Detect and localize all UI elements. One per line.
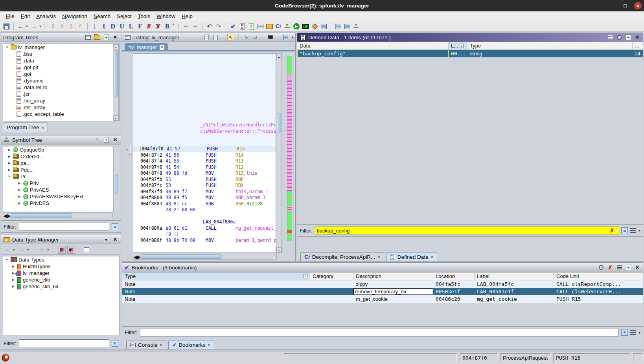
dtm-archive[interactable]: ▶generic_clib [3, 276, 119, 283]
toolbar-letter-dropdown-icon[interactable]: ▾ [172, 22, 175, 30]
menu-window[interactable]: Window [154, 13, 178, 20]
dtm-filter-input[interactable] [19, 339, 110, 347]
column-label[interactable]: Label [475, 273, 554, 280]
cursor-select-icon[interactable]: ↖ [227, 34, 234, 41]
nav-prev-label-icon[interactable]: ⇩ [67, 22, 75, 30]
symbol-tree-item[interactable]: ▶CPrivDES [3, 200, 114, 207]
datatypes-folder-icon[interactable]: DT [265, 22, 273, 30]
menu-lines-icon[interactable] [607, 34, 614, 41]
symbol-tree-item[interactable]: ▶Pdu... [3, 166, 114, 173]
symbol-tree-item[interactable]: ▶CPriv [3, 180, 114, 187]
toolbar-letter-v-crossed[interactable]: V [154, 22, 162, 30]
menu-search[interactable]: Search [91, 13, 113, 20]
listing-line[interactable]: 004f880ae8 61 d1CALLmg_get_request_ [133, 225, 276, 232]
tree-item-section[interactable]: .init_array [3, 104, 119, 111]
listing-line[interactable]: 004f87fc53PUSHRBX [133, 183, 276, 189]
filter-dropdown-icon[interactable]: ▾ [638, 229, 640, 232]
diff-view-icon[interactable]: ⇄ [252, 34, 259, 41]
bookmarks-filter-input[interactable] [140, 329, 619, 337]
listing-line[interactable]: 004f880048 89 f5MOVRBP,param_1 [133, 195, 276, 201]
listing-line[interactable]: 004f880348 81 ecSUBRSP,0x2128 [133, 201, 276, 207]
tab-close-icon[interactable]: × [208, 342, 210, 347]
column-location[interactable]: L...▲ [449, 42, 467, 49]
listing-overview-bar[interactable] [287, 56, 292, 241]
snapshot-icon[interactable] [267, 34, 274, 41]
expand-arrow-icon[interactable]: ▼ [7, 175, 11, 178]
menu-tools[interactable]: Tools [135, 13, 153, 20]
new-tree-icon[interactable] [85, 34, 92, 41]
program-tree-scrollbar[interactable]: ▲▼ [113, 44, 119, 121]
memory-map-icon[interactable] [302, 22, 309, 30]
edit-fields-icon[interactable]: ⇲ [243, 34, 250, 41]
tab-close-icon[interactable]: × [160, 45, 164, 50]
symbol-tree-item[interactable]: ▶CPrivAES [3, 187, 114, 193]
menu-select[interactable]: Select [114, 13, 134, 20]
nav-direction-icon[interactable]: ↓ [91, 22, 99, 30]
close-panel-icon[interactable]: × [112, 136, 119, 143]
tree-item-section[interactable]: .data [3, 57, 119, 64]
dtm-filter-pointers-icon[interactable]: ☛ [67, 246, 75, 254]
column-category[interactable]: Category [310, 273, 353, 280]
script-manager-icon[interactable]: S [247, 22, 255, 30]
dtm-archive[interactable]: ▶✓lv_manager [3, 270, 119, 276]
right-tab-decompile-processapir-[interactable]: CfDecompile: ProcessApiR...× [300, 252, 384, 261]
tab-close-icon[interactable]: × [431, 254, 433, 259]
symbol-tree-item[interactable]: ▶CPrivAESW3DESKeyExt [3, 193, 114, 200]
column-chooser-icon[interactable]: ... [633, 42, 643, 49]
toolbar-letter-b[interactable]: B [163, 22, 171, 30]
ghidra-dragon-icon[interactable] [2, 354, 9, 362]
function-graph-icon[interactable] [283, 22, 291, 30]
menu-file[interactable]: File [3, 13, 17, 20]
listing-line[interactable]: 004f87f849 89 fdMOVR13,this [133, 170, 276, 177]
tree-item-section[interactable]: .jcr [3, 91, 119, 97]
expand-arrow-icon[interactable]: ▼ [5, 258, 9, 262]
filter-sliders-icon[interactable] [630, 330, 636, 335]
maximize-button[interactable]: □ [622, 3, 629, 9]
defined-data-filter-input[interactable] [315, 227, 619, 234]
tree-item-section[interactable]: .data.rel.ro [3, 84, 119, 91]
tree-item-root[interactable]: ▼lv_manager [3, 44, 119, 51]
function-signature-line[interactable]: clsWebServerHandler::ProcessApi [133, 128, 276, 135]
bookmark-row[interactable]: Notezippy004fa5fcLAB_004fa5fcCALL clsRep… [122, 280, 643, 288]
display-options-icon[interactable] [282, 34, 289, 41]
right-tab-defined-data[interactable]: 0110Defined Data× [386, 252, 437, 261]
menu-edit[interactable]: Edit [18, 13, 33, 20]
dtm-forward-icon[interactable]: → [18, 246, 26, 254]
menu-analysis[interactable]: Analysis [33, 13, 59, 20]
listing-line[interactable]: 004f880f48 8b 70 08MOVparam_1,qword p [133, 238, 276, 244]
expand-arrow-icon[interactable]: ▶ [7, 155, 11, 158]
expand-arrow-icon[interactable]: ▶ [11, 278, 15, 282]
display-options-dropdown-icon[interactable]: ▾ [291, 35, 293, 39]
back-icon[interactable]: ← [17, 22, 25, 30]
bottom-tab-console[interactable]: Console× [126, 340, 166, 349]
expand-arrow-icon[interactable]: ▶ [11, 265, 15, 268]
dtm-filter-arrays-icon[interactable]: N [58, 246, 66, 254]
column-type[interactable]: Type▲ [122, 273, 310, 280]
listing-line[interactable]: 004f87fb55PUSHRBP [133, 177, 276, 183]
tab-program-tree[interactable]: Program Tree × [3, 123, 48, 132]
listing-line[interactable]: 004f87f041 57PUSHR15 [133, 146, 276, 152]
tree-item-section[interactable]: .got [3, 71, 119, 77]
close-panel-icon[interactable]: × [112, 34, 119, 41]
description-edit-field[interactable]: remove_temporary_dir [353, 288, 433, 295]
dtm-menu-dropdown-icon[interactable]: ▼ [103, 236, 110, 243]
bookmark-row[interactable]: Noteremove_temporary_dir00503e1fLAB_0050… [122, 288, 643, 295]
listing-line[interactable]: 004f87f641 54PUSHR12 [133, 165, 276, 171]
delete-bookmark-icon[interactable]: ✗ [607, 264, 614, 271]
toolbar-letter-d[interactable]: D [109, 22, 117, 30]
dtm-layout-icon[interactable]: ⁘ [38, 246, 46, 254]
expand-arrow-icon[interactable]: ▶ [17, 181, 22, 185]
filter-sliders-icon[interactable] [630, 228, 636, 233]
run-icon[interactable]: ▶ [293, 22, 300, 30]
nav-next-label-icon[interactable]: ⇧ [76, 22, 84, 30]
menu-help[interactable]: Help [179, 13, 195, 20]
refs-out-icon[interactable]: ⇝ [191, 22, 199, 30]
column-data[interactable]: Data [297, 42, 449, 49]
symbol-tree-item[interactable]: ▼Pr... [3, 173, 114, 180]
expand-arrow-icon[interactable]: ▶ [11, 285, 15, 288]
export-icon[interactable]: ➜ [625, 264, 632, 271]
filter-options-icon[interactable]: ≋ [621, 329, 628, 336]
listing-line[interactable] [133, 213, 276, 219]
close-panel-icon[interactable]: × [634, 264, 641, 271]
dtm-root[interactable]: ▼Data Types [3, 256, 119, 263]
